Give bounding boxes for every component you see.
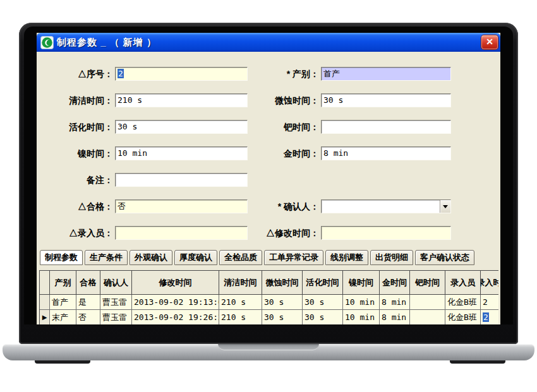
cell[interactable]: 曹玉雷 (100, 295, 132, 310)
cell[interactable]: 30 s (262, 310, 303, 324)
column-header[interactable]: 活化时间 (303, 271, 343, 295)
confirmer-value (322, 200, 440, 213)
tab-1[interactable]: 制程参数 (40, 250, 83, 265)
tab-3[interactable]: 外观确认 (130, 250, 172, 265)
cell[interactable]: 否 (76, 310, 100, 324)
seq-value: 2 (118, 69, 124, 78)
row-selector[interactable] (40, 295, 50, 310)
activation-time-input[interactable]: 30 s (115, 120, 248, 134)
field-seq: △序号： 2 (40, 67, 248, 81)
confirmer-label: * 确认人： (251, 199, 321, 213)
table-row[interactable]: 首产是曹玉雷2013-09-02 19:13:03210 s30 s30 s10… (40, 295, 498, 310)
cell[interactable]: 210 s (219, 310, 262, 324)
selector-column-header[interactable] (40, 271, 50, 295)
seq-label: △序号： (40, 67, 115, 81)
laptop-mockup: 制程参数 _ （ 新增 ） ✕ △序号： 2 清洁时间： 210 s 活化时间：… (0, 0, 537, 392)
remark-label: 备注： (40, 173, 115, 187)
confirmer-select[interactable] (321, 199, 451, 213)
tab-9[interactable]: 客户确认状态 (415, 250, 474, 265)
cell[interactable]: 是 (76, 295, 100, 310)
microetch-time-input[interactable]: 30 s (321, 93, 451, 107)
modified-time-input[interactable] (321, 226, 451, 240)
cell[interactable]: 2013-09-02 19:13:03 (132, 295, 219, 310)
nickel-time-input[interactable]: 10 min (115, 146, 248, 160)
category-input[interactable]: 首产 (321, 67, 451, 81)
tab-bar: 制程参数生产条件外观确认厚度确认全检品质工单异常记录线别调整出货明细客户确认状态 (40, 250, 498, 265)
field-entry-person: △录入员： (40, 226, 248, 240)
field-activation-time: 活化时间： 30 s (40, 120, 248, 134)
column-header[interactable]: 微蚀时间 (262, 271, 303, 295)
table-row[interactable]: ▶末产否曹玉雷2013-09-02 19:26:23210 s30 s30 s1… (40, 310, 498, 324)
app-logo-icon (40, 36, 54, 49)
column-header[interactable]: 合格 (76, 271, 100, 295)
cell[interactable]: 2 (481, 310, 498, 324)
column-header[interactable]: 钯时间 (410, 271, 445, 295)
tab-8[interactable]: 出货明细 (370, 250, 413, 265)
window-titlebar[interactable]: 制程参数 _ （ 新增 ） ✕ (37, 33, 500, 52)
remark-input[interactable] (115, 173, 248, 187)
column-header[interactable]: 金时间 (380, 271, 410, 295)
cell[interactable]: 10 min (343, 310, 380, 324)
clean-time-label: 清洁时间： (40, 93, 115, 107)
tab-4[interactable]: 厚度确认 (174, 250, 217, 265)
gold-time-label: 金时间： (251, 146, 321, 160)
field-palladium-time: 钯时间： (251, 120, 451, 134)
cell[interactable]: 30 s (303, 310, 343, 324)
data-grid: 产别合格确认人修改时间清洁时间微蚀时间活化时间镍时间金时间钯时间录入员录入时间首… (39, 270, 498, 324)
cell[interactable]: 末产 (50, 310, 76, 324)
cell[interactable]: 首产 (50, 295, 76, 310)
field-gold-time: 金时间： 8 min (251, 146, 451, 160)
laptop-base-notch (218, 344, 319, 350)
window-title: 制程参数 _ （ 新增 ） (57, 37, 157, 49)
gold-time-input[interactable]: 8 min (321, 146, 451, 160)
cell[interactable] (410, 295, 445, 310)
cell[interactable]: 化金B班 (445, 310, 481, 324)
qualified-input[interactable]: 否 (115, 199, 248, 213)
cell[interactable]: 化金B班 (445, 295, 481, 310)
column-header[interactable]: 产别 (50, 271, 76, 295)
column-header[interactable]: 录入时间 (481, 271, 498, 295)
selected-cell-value: 2 (483, 312, 489, 322)
field-qualified: △合格： 否 (40, 199, 248, 213)
column-header[interactable]: 修改时间 (132, 271, 219, 295)
seq-input[interactable]: 2 (115, 67, 248, 81)
cell[interactable]: 2 (481, 295, 498, 310)
cell[interactable]: 曹玉雷 (100, 310, 132, 324)
column-header[interactable]: 确认人 (100, 271, 132, 295)
cell[interactable] (410, 310, 445, 324)
confirmer-dropdown-button[interactable] (440, 200, 450, 213)
chevron-down-icon (443, 205, 448, 208)
tab-5[interactable]: 全检品质 (219, 250, 262, 265)
modified-time-label: △修改时间： (251, 226, 321, 240)
cell[interactable]: 2013-09-02 19:26:23 (132, 310, 219, 324)
cell[interactable]: 210 s (219, 295, 262, 310)
nickel-time-label: 镍时间： (40, 146, 115, 160)
palladium-time-input[interactable] (321, 120, 451, 134)
close-button[interactable]: ✕ (481, 35, 498, 49)
palladium-time-label: 钯时间： (251, 120, 321, 134)
column-header[interactable]: 镍时间 (343, 271, 380, 295)
field-confirmer: * 确认人： (251, 199, 451, 213)
field-microetch-time: 微蚀时间： 30 s (251, 93, 451, 107)
laptop-base (3, 344, 534, 360)
column-header[interactable]: 清洁时间 (219, 271, 262, 295)
cell[interactable]: 30 s (303, 295, 343, 310)
app-window: 制程参数 _ （ 新增 ） ✕ △序号： 2 清洁时间： 210 s 活化时间：… (37, 33, 500, 324)
microetch-time-label: 微蚀时间： (251, 93, 321, 107)
entry-person-label: △录入员： (40, 226, 115, 240)
tab-2[interactable]: 生产条件 (85, 250, 128, 265)
cell[interactable]: 8 min (380, 295, 410, 310)
qualified-label: △合格： (40, 199, 115, 213)
current-row-indicator[interactable]: ▶ (40, 310, 50, 324)
cell[interactable]: 30 s (262, 295, 303, 310)
clean-time-input[interactable]: 210 s (115, 93, 248, 107)
cell[interactable]: 8 min (380, 310, 410, 324)
column-header[interactable]: 录入员 (445, 271, 481, 295)
field-modified-time: △修改时间： (251, 226, 451, 240)
cell[interactable]: 10 min (343, 295, 380, 310)
tab-6[interactable]: 工单异常记录 (264, 250, 323, 265)
entry-person-input[interactable] (115, 226, 248, 240)
tab-7[interactable]: 线别调整 (325, 250, 368, 265)
screen-area: 制程参数 _ （ 新增 ） ✕ △序号： 2 清洁时间： 210 s 活化时间：… (24, 27, 513, 324)
category-label: * 产别： (251, 67, 321, 81)
